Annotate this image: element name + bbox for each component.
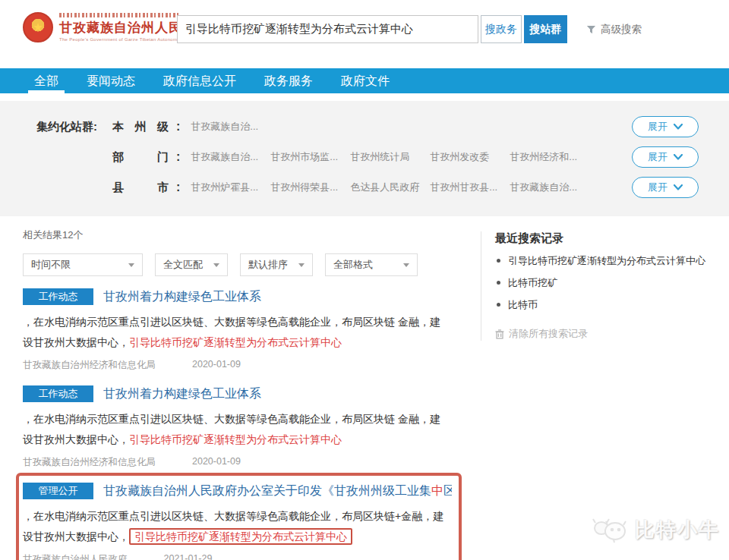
- cluster-site-link[interactable]: 甘孜州甘孜县...: [430, 181, 510, 194]
- result-source: 甘孜藏族自治州经济和信息化局: [23, 456, 156, 469]
- clear-history-button[interactable]: 清除所有搜索记录: [495, 327, 706, 341]
- cluster-links: 甘孜藏族自治...甘孜州市场监...甘孜州统计局甘孜州发改委甘孜州经济和...: [191, 150, 589, 164]
- caret-down-icon: [403, 263, 409, 267]
- recent-search-item[interactable]: 比特币: [495, 298, 706, 312]
- result-source: 甘孜藏族自治州人民政府: [23, 553, 128, 560]
- main-content: 相关结果12个 时间不限全文匹配默认排序全部格式 工作动态甘孜州着力构建绿色工业…: [0, 216, 729, 560]
- filter-dropdown-label: 默认排序: [248, 258, 288, 272]
- expand-button-label: 展开: [648, 181, 667, 194]
- nav-tab-2[interactable]: 要闻动态: [87, 68, 135, 93]
- filter-dropdown-1[interactable]: 时间不限: [23, 253, 143, 276]
- expand-button[interactable]: 展开: [632, 177, 699, 198]
- cluster-links: 甘孜藏族自治...: [191, 120, 270, 134]
- chevron-down-icon: [674, 154, 683, 160]
- cluster-row-2: 部门:甘孜藏族自治...甘孜州市场监...甘孜州统计局甘孜州发改委甘孜州经济和.…: [36, 142, 705, 172]
- trash-icon: [495, 329, 504, 339]
- result-title-link[interactable]: 甘孜藏族自治州人民政府办公室关于印发《甘孜州州级工业集中区...: [103, 483, 452, 499]
- nav-tab-4[interactable]: 政务服务: [264, 68, 313, 93]
- site-header: ★ 甘孜藏族自治州人民政府 The People's Government of…: [0, 0, 729, 68]
- clear-history-label: 清除所有搜索记录: [509, 327, 588, 341]
- title-text: 甘孜藏族自治州人民政府办公室关于印发《甘孜州州级工业集: [103, 484, 431, 497]
- search-input[interactable]: [177, 15, 478, 43]
- highlighted-keyword: 引导比特币挖矿逐渐转型为分布式云计算中心: [129, 528, 352, 545]
- bullet-icon: [497, 281, 500, 285]
- result-snippet: ，在水电消纳示范区重点引进以区块链、大数据等绿色高载能企业，布局区块链 金融，建…: [23, 312, 450, 353]
- expand-button[interactable]: 展开: [632, 146, 699, 168]
- search-gov-button[interactable]: 搜政务: [481, 15, 522, 43]
- recent-searches-panel: 最近搜索记录 引导比特币挖矿逐渐转型为分布式云计算中心比特币挖矿比特币 清除所有…: [481, 231, 706, 341]
- nav-tab-5[interactable]: 政府文件: [341, 68, 390, 93]
- cluster-site-link[interactable]: 色达县人民政府: [350, 181, 430, 194]
- caret-down-icon: [213, 263, 219, 267]
- result-item-3: 管理公开甘孜藏族自治州人民政府办公室关于印发《甘孜州州级工业集中区...，在水电…: [23, 483, 452, 560]
- advanced-search-label: 高级搜索: [601, 23, 642, 36]
- filter-dropdown-4[interactable]: 全部格式: [325, 253, 418, 276]
- result-category-tag: 工作动态: [23, 385, 93, 402]
- cluster-site-link[interactable]: 甘孜州经济和...: [510, 150, 589, 164]
- caret-down-icon: [128, 263, 134, 267]
- title-text: 区...: [443, 484, 452, 497]
- nav-tabs: 全部要闻动态政府信息公开政务服务政府文件: [0, 68, 729, 93]
- cluster-row-3: 县市:甘孜州炉霍县...甘孜州得荣县...色达县人民政府甘孜州甘孜县...甘孜藏…: [36, 172, 705, 203]
- result-header: 工作动态甘孜州着力构建绿色工业体系: [23, 288, 452, 305]
- cluster-row-1: 集约化站群:本州级:甘孜藏族自治...展开: [36, 112, 705, 142]
- result-title-link[interactable]: 甘孜州着力构建绿色工业体系: [103, 289, 261, 305]
- filter-dropdown-3[interactable]: 默认排序: [240, 253, 313, 276]
- cluster-site-link[interactable]: 甘孜藏族自治...: [191, 120, 270, 134]
- result-source: 甘孜藏族自治州经济和信息化局: [23, 359, 156, 372]
- result-item-2: 工作动态甘孜州着力构建绿色工业体系，在水电消纳示范区重点引进以区块链、大数据等绿…: [23, 385, 452, 469]
- result-meta: 甘孜藏族自治州人民政府2021-01-29: [23, 553, 452, 560]
- cluster-row-colon: :: [176, 150, 180, 164]
- filter-bar: 时间不限全文匹配默认排序全部格式: [23, 253, 452, 276]
- result-title-link[interactable]: 甘孜州着力构建绿色工业体系: [103, 386, 261, 402]
- recent-searches-heading: 最近搜索记录: [495, 231, 706, 246]
- result-header: 管理公开甘孜藏族自治州人民政府办公室关于印发《甘孜州州级工业集中区...: [23, 483, 452, 499]
- cluster-links: 甘孜州炉霍县...甘孜州得荣县...色达县人民政府甘孜州甘孜县...甘孜藏族自治…: [191, 181, 589, 194]
- expand-button-label: 展开: [648, 120, 667, 134]
- nav-tab-1[interactable]: 全部: [34, 68, 58, 93]
- result-header: 工作动态甘孜州着力构建绿色工业体系: [23, 385, 452, 402]
- recent-search-text: 比特币: [508, 298, 538, 312]
- nav-tab-3[interactable]: 政府信息公开: [163, 68, 236, 93]
- cluster-group-label: 集约化站群:: [36, 120, 112, 134]
- result-date: 2021-01-29: [164, 553, 213, 560]
- cluster-site-link[interactable]: 甘孜藏族自治...: [510, 181, 589, 194]
- cluster-site-link[interactable]: 甘孜藏族自治...: [191, 150, 270, 164]
- chevron-down-icon: [674, 184, 683, 190]
- chevron-down-icon: [674, 124, 683, 130]
- bull-logo-icon: [591, 516, 630, 543]
- result-category-tag: 管理公开: [23, 483, 93, 499]
- cluster-row-colon: :: [176, 120, 180, 134]
- result-snippet: ，在水电消纳示范区重点引进以区块链、大数据等绿色高载能企业，布局区块链 金融，建…: [23, 409, 450, 450]
- results-count: 相关结果12个: [23, 228, 452, 242]
- result-snippet: ，在水电消纳示范区重点引进以区块链、大数据等绿色高载能企业，布局区块链+金融，建…: [23, 506, 450, 547]
- filter-dropdown-label: 时间不限: [31, 258, 71, 272]
- cluster-site-link[interactable]: 甘孜州发改委: [430, 150, 510, 164]
- expand-button[interactable]: 展开: [632, 116, 699, 137]
- result-meta: 甘孜藏族自治州经济和信息化局2020-01-09: [23, 456, 452, 469]
- search-cluster-button[interactable]: 搜站群: [524, 15, 567, 43]
- result-date: 2020-01-09: [192, 456, 241, 469]
- cluster-site-link[interactable]: 甘孜州得荣县...: [270, 181, 350, 194]
- recent-search-item[interactable]: 引导比特币挖矿逐渐转型为分布式云计算中心: [495, 254, 706, 268]
- cluster-row-name: 部门: [112, 150, 169, 165]
- advanced-search-link[interactable]: 高级搜索: [586, 23, 642, 36]
- title-text: 甘孜州着力构建绿色工业体系: [103, 290, 261, 303]
- bullet-icon: [497, 259, 500, 263]
- cluster-site-link[interactable]: 甘孜州炉霍县...: [191, 181, 270, 194]
- cluster-site-link[interactable]: 甘孜州统计局: [350, 150, 430, 164]
- recent-search-item[interactable]: 比特币挖矿: [495, 276, 706, 290]
- recent-search-text: 比特币挖矿: [508, 276, 557, 290]
- cluster-site-link[interactable]: 甘孜州市场监...: [270, 150, 350, 164]
- highlighted-keyword: 中: [431, 484, 443, 497]
- cluster-row-name: 本州级: [112, 120, 169, 134]
- highlighted-keyword: 引导比特币挖矿逐渐转型为分布式云计算中心: [129, 336, 342, 348]
- filter-dropdown-2[interactable]: 全文匹配: [155, 253, 228, 276]
- funnel-icon: [586, 25, 596, 35]
- filter-dropdown-label: 全文匹配: [163, 258, 203, 272]
- caret-down-icon: [298, 263, 305, 267]
- national-emblem-icon: ★: [23, 12, 53, 42]
- results-list: 工作动态甘孜州着力构建绿色工业体系，在水电消纳示范区重点引进以区块链、大数据等绿…: [23, 288, 452, 560]
- results-column: 相关结果12个 时间不限全文匹配默认排序全部格式 工作动态甘孜州着力构建绿色工业…: [23, 228, 452, 560]
- cluster-row-name: 县市: [112, 181, 169, 195]
